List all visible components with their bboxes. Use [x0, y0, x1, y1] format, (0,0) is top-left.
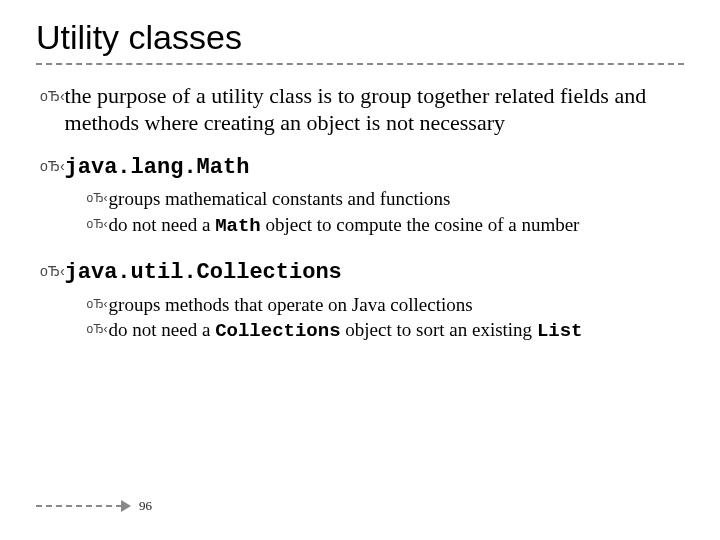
slide-title: Utility classes	[36, 18, 684, 65]
sublist: оЂ‹groups methods that operate on Java c…	[65, 293, 684, 343]
footer-arrow-icon	[121, 500, 131, 512]
sublist-item: оЂ‹groups methods that operate on Java c…	[65, 293, 684, 316]
sublist-item-text: groups methods that operate on Java coll…	[109, 293, 684, 316]
bullet-icon: оЂ‹	[87, 293, 109, 316]
slide-footer: 96	[36, 498, 152, 514]
slide-content: оЂ‹the purpose of a utility class is to …	[36, 83, 684, 347]
sublist-item-text: do not need a Collections object to sort…	[109, 318, 684, 343]
footer-dash	[36, 505, 122, 507]
sublist-item: оЂ‹groups mathematical constants and fun…	[65, 187, 684, 210]
sublist-item: оЂ‹do not need a Math object to compute …	[65, 213, 684, 238]
sublist-item: оЂ‹do not need a Collections object to s…	[65, 318, 684, 343]
page-number: 96	[139, 498, 152, 514]
bullet-icon: оЂ‹	[40, 258, 65, 347]
list-item-text: java.lang.MathоЂ‹groups mathematical con…	[65, 153, 684, 242]
bullet-icon: оЂ‹	[87, 213, 109, 238]
bullet-icon: оЂ‹	[87, 318, 109, 343]
bullet-icon: оЂ‹	[87, 187, 109, 210]
list-item: оЂ‹java.util.CollectionsоЂ‹groups method…	[40, 258, 684, 347]
list-item-text: java.util.CollectionsоЂ‹groups methods t…	[65, 258, 684, 347]
sublist-item-text: do not need a Math object to compute the…	[109, 213, 684, 238]
list-item: оЂ‹java.lang.MathоЂ‹groups mathematical …	[40, 153, 684, 242]
list-item: оЂ‹the purpose of a utility class is to …	[40, 83, 684, 137]
slide: Utility classes оЂ‹the purpose of a util…	[0, 0, 720, 540]
list-item-text: the purpose of a utility class is to gro…	[65, 83, 684, 137]
bullet-icon: оЂ‹	[40, 83, 65, 137]
bullet-icon: оЂ‹	[40, 153, 65, 242]
sublist-item-text: groups mathematical constants and functi…	[109, 187, 684, 210]
sublist: оЂ‹groups mathematical constants and fun…	[65, 187, 684, 237]
